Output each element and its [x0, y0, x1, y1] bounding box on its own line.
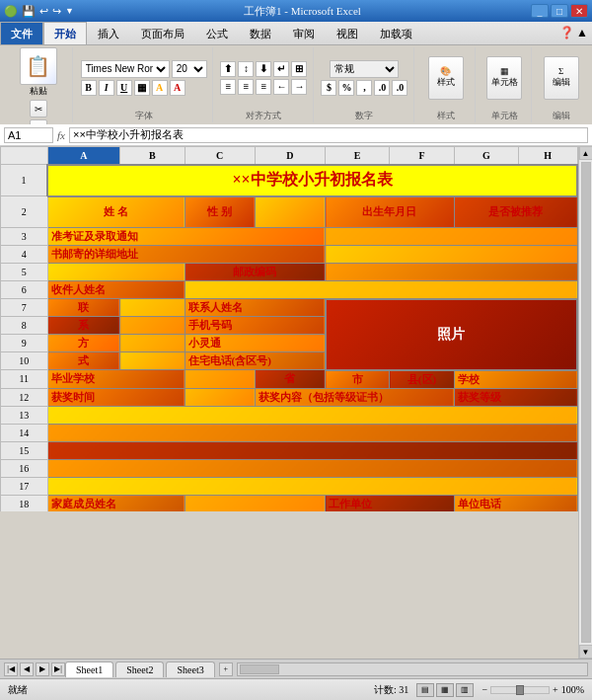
row-header-16[interactable]: 16	[1, 459, 48, 477]
cell-contact-name[interactable]: 联系人姓名	[185, 299, 326, 317]
cell-shi[interactable]: 式	[47, 352, 120, 370]
cell-name[interactable]: 姓 名	[47, 196, 185, 228]
scroll-down-button[interactable]: ▼	[579, 645, 593, 659]
cell-15[interactable]	[47, 441, 577, 459]
zoom-in-button[interactable]: +	[553, 684, 558, 695]
cut-button[interactable]: ✂	[30, 100, 47, 117]
font-name-select[interactable]: Times New Ron	[81, 60, 170, 78]
font-color-button[interactable]: A	[170, 80, 185, 96]
tab-data[interactable]: 数据	[239, 22, 282, 44]
cell-award-content[interactable]: 获奖内容（包括等级证书）	[255, 388, 454, 406]
vertical-scrollbar[interactable]: ▲ ▼	[578, 146, 592, 659]
tab-review[interactable]: 审阅	[282, 22, 326, 44]
cell-work-unit[interactable]: 工作单位	[326, 495, 455, 511]
col-header-C[interactable]: C	[185, 147, 255, 165]
row-header-4[interactable]: 4	[1, 246, 48, 264]
page-break-view-button[interactable]: ▥	[456, 683, 474, 697]
cell-county[interactable]: 县(区)	[390, 370, 454, 389]
page-layout-view-button[interactable]: ▦	[436, 683, 454, 697]
sheet-tab-2[interactable]: Sheet2	[115, 661, 164, 677]
row-header-11[interactable]: 11	[1, 370, 48, 389]
restore-button[interactable]: □	[551, 4, 568, 18]
indent-increase-button[interactable]: →	[291, 79, 307, 95]
row-header-2[interactable]: 2	[1, 196, 48, 228]
col-header-B[interactable]: B	[120, 147, 185, 165]
cell-13[interactable]	[47, 406, 577, 424]
row-header-3[interactable]: 3	[1, 228, 48, 246]
cell-5a[interactable]	[47, 264, 185, 281]
col-header-E[interactable]: E	[326, 147, 390, 165]
cell-recipient[interactable]: 收件人姓名	[47, 281, 185, 299]
quick-undo[interactable]: ↩	[39, 5, 48, 18]
cell-pager[interactable]: 小灵通	[185, 335, 326, 352]
cell-11c[interactable]	[185, 370, 255, 389]
scroll-up-button[interactable]: ▲	[579, 146, 593, 160]
row-header-14[interactable]: 14	[1, 424, 48, 441]
row-header-15[interactable]: 15	[1, 441, 48, 459]
cell-2d[interactable]	[255, 196, 325, 228]
col-header-H[interactable]: H	[519, 147, 577, 165]
italic-button[interactable]: I	[99, 80, 114, 96]
cells-button[interactable]: ▦ 单元格	[486, 56, 522, 100]
cell-16[interactable]	[47, 459, 577, 477]
cell-award-level[interactable]: 获奖等级	[454, 388, 577, 406]
tab-insert[interactable]: 插入	[87, 22, 130, 44]
cell-notice[interactable]: 准考证及录取通知	[47, 228, 326, 246]
tab-page-layout[interactable]: 页面布局	[130, 22, 195, 44]
cell-18c[interactable]	[185, 495, 326, 511]
percent-button[interactable]: %	[338, 80, 354, 96]
row-header-8[interactable]: 8	[1, 317, 48, 335]
col-header-A[interactable]: A	[47, 147, 120, 165]
cell-4e[interactable]	[326, 246, 577, 264]
dropdown-arrow[interactable]: ▼	[65, 6, 74, 16]
row-header-1[interactable]: 1	[1, 165, 48, 196]
align-left-button[interactable]: ≡	[220, 79, 236, 95]
help-button[interactable]: ❓	[559, 26, 574, 40]
cell-city[interactable]: 市	[326, 370, 390, 389]
row-header-9[interactable]: 9	[1, 335, 48, 352]
underline-button[interactable]: U	[116, 80, 132, 96]
sheet-prev-button[interactable]: ◀	[20, 662, 34, 676]
zoom-slider[interactable]	[490, 686, 550, 694]
cell-gender[interactable]: 性 别	[185, 196, 255, 228]
currency-button[interactable]: $	[321, 80, 336, 96]
zoom-thumb[interactable]	[516, 685, 524, 695]
sheet-last-button[interactable]: ▶|	[51, 662, 65, 676]
cell-school-name[interactable]: 学校	[454, 370, 577, 389]
cell-photo[interactable]: 照片	[326, 299, 577, 370]
tab-home[interactable]: 开始	[43, 22, 87, 44]
align-top-button[interactable]: ⬆	[220, 61, 236, 77]
minimize-button[interactable]: _	[531, 4, 549, 18]
sheet-first-button[interactable]: |◀	[4, 662, 18, 676]
cell-10b[interactable]	[120, 352, 185, 370]
row-header-10[interactable]: 10	[1, 352, 48, 370]
title-cell[interactable]: ××中学校小升初报名表	[47, 165, 577, 196]
col-header-D[interactable]: D	[255, 147, 325, 165]
cell-17[interactable]	[47, 477, 577, 495]
paste-button[interactable]: 📋	[20, 47, 57, 85]
cell-6c[interactable]	[185, 281, 577, 299]
align-center-button[interactable]: ≡	[238, 79, 254, 95]
sheet-tab-1[interactable]: Sheet1	[65, 661, 113, 677]
insert-sheet-button[interactable]: +	[219, 662, 233, 676]
fill-color-button[interactable]: A	[152, 80, 168, 96]
cell-xi[interactable]: 系	[47, 317, 120, 335]
editing-button[interactable]: Σ 编辑	[544, 56, 579, 100]
cell-reference-input[interactable]	[4, 127, 53, 143]
cell-school[interactable]: 毕业学校	[47, 370, 185, 389]
col-header-F[interactable]: F	[390, 147, 454, 165]
font-size-select[interactable]: 20	[172, 60, 207, 78]
cell-family-name[interactable]: 家庭成员姓名	[47, 495, 185, 511]
cell-5e[interactable]	[326, 264, 577, 281]
cell-birth[interactable]: 出生年月日	[326, 196, 455, 228]
row-header-6[interactable]: 6	[1, 281, 48, 299]
row-header-5[interactable]: 5	[1, 264, 48, 281]
bold-button[interactable]: B	[81, 80, 97, 96]
align-bottom-button[interactable]: ⬇	[256, 61, 271, 77]
indent-decrease-button[interactable]: ←	[273, 79, 289, 95]
row-header-7[interactable]: 7	[1, 299, 48, 317]
horizontal-scrollbar[interactable]	[237, 662, 588, 676]
decimal-decrease-button[interactable]: .0	[392, 80, 407, 96]
tab-formulas[interactable]: 公式	[195, 22, 239, 44]
wrap-text-button[interactable]: ↵	[273, 61, 289, 77]
